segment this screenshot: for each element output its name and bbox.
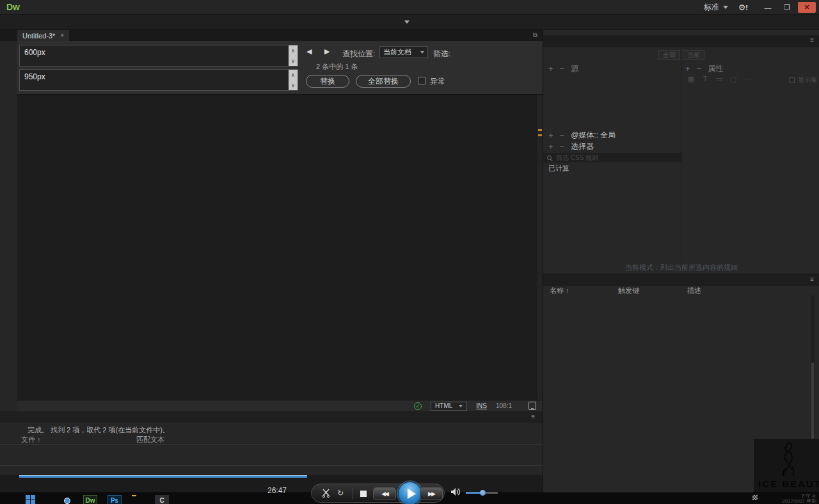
tray-thumbnail-icon[interactable] [752, 495, 758, 500]
photoshop-taskbar-icon[interactable]: Ps [107, 495, 122, 504]
tray-clock[interactable]: 下午 4: 2017/9/07 星期 [782, 494, 816, 504]
exception-label: 异常 [430, 76, 445, 87]
find-spinner[interactable]: ∧∨ [289, 45, 298, 66]
replace-button[interactable]: 替换 [306, 75, 349, 88]
document-tabstrip: Untitled-3* × ⧉ [0, 30, 543, 41]
results-divider [0, 465, 543, 466]
menubar-right: 标准 ⚙! — ❐ ✕ [704, 0, 819, 15]
current-button[interactable]: 当前 [683, 50, 704, 60]
separator [353, 488, 353, 500]
replace-input[interactable]: 950px ∧∨ [19, 69, 298, 91]
minimize-button[interactable]: — [759, 2, 776, 13]
name-column-header[interactable]: 名称 ↑ [550, 286, 569, 295]
coding-toolbar [0, 41, 17, 475]
add-icon[interactable]: + [548, 142, 553, 152]
more-icon[interactable]: ⋯ [740, 75, 754, 83]
close-button[interactable]: ✕ [798, 2, 816, 13]
workspace-switcher[interactable]: 标准 [704, 2, 719, 13]
right-panel: ≡ 全部 当前 + − 源 + − 属性 ▦ T ▭ ▢ ⋯ 显示集 + [543, 30, 819, 492]
add-icon[interactable]: + [548, 64, 553, 74]
restore-button[interactable]: ❐ [779, 2, 795, 13]
gear-icon[interactable]: ⚙! [738, 3, 748, 12]
loop-icon[interactable]: ↻ [337, 489, 344, 498]
show-set: 显示集 [789, 75, 817, 84]
play-icon [408, 489, 416, 499]
volume-icon[interactable] [450, 487, 461, 496]
match-column-header[interactable]: 匹配文本 [136, 435, 164, 445]
right-panel-tabs [543, 35, 819, 47]
match-count: 2 条中的 1 条 [316, 62, 358, 72]
find-location-select[interactable]: 当前文档 [379, 46, 428, 58]
dropdown-caret-icon [420, 51, 424, 54]
results-tabs [0, 411, 543, 423]
dreamweaver-logo: Dw [6, 2, 20, 12]
results-summary: 完成。 找到 2 项，取代 2 项(在当前文件中)。 [28, 425, 170, 435]
exception-checkbox[interactable] [418, 77, 425, 84]
editor-scrollbar[interactable] [537, 95, 543, 400]
gear-badge: ! [745, 4, 748, 12]
dreamweaver-taskbar-icon[interactable]: Dw [83, 495, 97, 504]
remove-icon[interactable]: − [560, 142, 565, 152]
volume-handle[interactable] [480, 490, 486, 496]
forward-button[interactable]: ▶▶ [420, 487, 443, 500]
search-marker [538, 134, 542, 136]
border-icon[interactable]: ▭ [712, 75, 726, 83]
find-value: 600px [24, 48, 45, 57]
dreamweaver-window: Dw 标准 ⚙! — ❐ ✕ Untitled-3* × ⧉ 6 [0, 0, 819, 504]
start-button[interactable] [26, 495, 35, 504]
language-value: HTML [435, 402, 452, 409]
search-icon [547, 155, 552, 160]
replace-all-button[interactable]: 全部替换 [356, 75, 411, 88]
view-caret-icon[interactable] [404, 20, 410, 24]
add-icon[interactable]: + [548, 130, 553, 140]
c-app-icon[interactable]: C [155, 495, 169, 504]
capture-icon[interactable] [322, 489, 330, 498]
rewind-button[interactable]: ◀◀ [373, 487, 396, 500]
panel-menu-icon[interactable]: ≡ [531, 413, 535, 420]
description-column-header[interactable]: 描述 [687, 286, 701, 295]
replace-spinner[interactable]: ∧∨ [289, 70, 298, 90]
tab-close-icon[interactable]: × [60, 32, 64, 39]
results-header: 文件 ↑ 匹配文本 [0, 435, 543, 445]
document-tab[interactable]: Untitled-3* × [17, 30, 69, 41]
remove-icon[interactable]: − [560, 130, 565, 140]
stop-button[interactable] [360, 491, 367, 497]
computed-label[interactable]: 已计算 [548, 164, 569, 173]
workspace-caret-icon[interactable] [723, 6, 728, 9]
all-button[interactable]: 全部 [658, 50, 680, 60]
trigger-column-header[interactable]: 触发键 [618, 286, 639, 295]
insert-mode[interactable]: INS [476, 402, 487, 409]
panel-menu-icon[interactable]: ≡ [810, 276, 814, 283]
find-input[interactable]: 600px ∧∨ [19, 45, 298, 67]
video-progress-bar[interactable] [19, 475, 307, 478]
watermark-figure [773, 440, 805, 478]
lint-ok-icon: ✓ [414, 402, 422, 410]
css-search-placeholder: 筛选 CSS 规则 [556, 154, 598, 162]
text-icon[interactable]: T [698, 75, 712, 83]
document-list-icon[interactable]: ⧉ [533, 31, 537, 39]
play-button[interactable] [398, 482, 422, 504]
panel-menu-icon[interactable]: ≡ [810, 36, 814, 43]
background-icon[interactable]: ▢ [726, 75, 740, 83]
file-column-header[interactable]: 文件 ↑ [21, 435, 41, 445]
add-icon[interactable]: + [685, 64, 690, 74]
find-prev-icon[interactable]: ◀ [306, 47, 312, 56]
code-editor[interactable] [17, 95, 543, 400]
filter-label: 筛选: [433, 49, 450, 59]
live-code-icon[interactable] [529, 402, 536, 410]
find-replace-panel: 600px ∧∨ 950px ∧∨ ◀ ▶ 查找位置: 当前文档 筛选: 2 条… [17, 41, 543, 95]
layout-icon[interactable]: ▦ [684, 75, 698, 83]
remove-icon[interactable]: − [560, 64, 565, 74]
show-set-checkbox[interactable] [789, 77, 795, 83]
css-rule-search[interactable]: 筛选 CSS 规则 [543, 153, 681, 162]
find-next-icon[interactable]: ▶ [324, 47, 330, 56]
language-select[interactable]: HTML [431, 402, 467, 411]
playback-time: 26:47 [267, 486, 287, 495]
sources-header: + − 源 [548, 63, 578, 74]
cursor-position: 108:1 [496, 402, 512, 409]
remove-icon[interactable]: − [697, 64, 702, 74]
dropdown-caret-icon [459, 405, 463, 407]
player-controls: ↻ ◀◀ ▶▶ [311, 484, 445, 503]
watermark: ICE BEAUT [754, 439, 819, 492]
panel-divider [681, 62, 682, 260]
